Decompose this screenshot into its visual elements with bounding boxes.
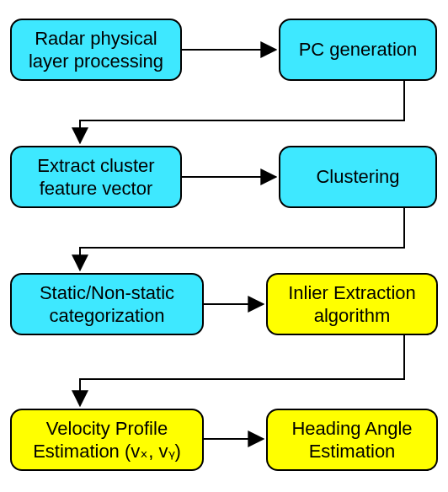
node-static: Static/Non-static categorization [10,273,204,335]
node-label: Radar physical layer processing [25,27,167,73]
node-cluster: Clustering [279,146,437,208]
flowchart: Radar physical layer processing PC gener… [0,0,448,492]
node-label: Extract cluster feature vector [25,154,167,201]
node-label: Heading Angle Estimation [281,417,423,463]
node-inlier: Inlier Extraction algorithm [266,273,438,335]
node-label: Inlier Extraction algorithm [281,281,423,328]
node-extract: Extract cluster feature vector [10,146,182,208]
node-heading: Heading Angle Estimation [266,409,438,471]
node-velocity: Velocity Profile Estimation (vₓ, vᵧ) [10,409,204,471]
node-label: Clustering [316,165,399,189]
node-label: Velocity Profile Estimation (vₓ, vᵧ) [25,417,189,463]
node-label: Static/Non-static categorization [25,281,189,328]
node-label: PC generation [299,38,418,62]
node-radar: Radar physical layer processing [10,19,182,81]
node-pcgen: PC generation [279,19,437,81]
